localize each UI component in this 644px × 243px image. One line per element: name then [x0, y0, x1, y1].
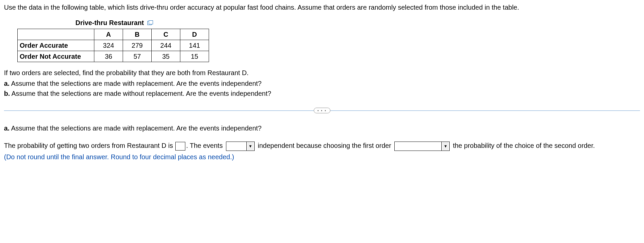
table-cell: 35	[152, 51, 180, 62]
answer-seg3: independent because choosing the first o…	[256, 142, 393, 149]
part-b-label: b.	[4, 90, 10, 97]
table-cell: 15	[180, 51, 209, 62]
table-corner	[18, 29, 94, 40]
answer-seg2: . The events	[186, 142, 224, 149]
answer-seg4: the probability of the choice of the sec…	[451, 142, 595, 149]
table-row: Order Not Accurate 36 57 35 15	[18, 51, 209, 62]
section-divider: • • •	[4, 107, 640, 113]
row-label: Order Accurate	[18, 40, 94, 51]
question-part-a: a. Assume that the selections are made w…	[4, 79, 640, 88]
data-table: A B C D Order Accurate 324 279 244 141 O…	[17, 29, 209, 62]
data-table-wrapper: Drive-thru Restaurant A B C D Order Accu…	[17, 18, 640, 62]
independence-dropdown[interactable]: ▼	[226, 142, 255, 151]
question-lead: If two orders are selected, find the pro…	[4, 68, 640, 77]
row-label: Order Not Accurate	[18, 51, 94, 62]
chevron-down-icon: ▼	[441, 142, 449, 151]
answer-seg1: The probability of getting two orders fr…	[4, 142, 175, 149]
table-title-row: Drive-thru Restaurant	[17, 18, 211, 27]
probability-input[interactable]	[175, 142, 185, 151]
table-cell: 141	[180, 40, 209, 51]
chevron-down-icon: ▼	[246, 142, 254, 151]
answer-part-a-prompt: a. Assume that the selections are made w…	[4, 124, 640, 133]
question-part-b: b. Assume that the selections are made w…	[4, 89, 640, 98]
part-a-label: a.	[4, 80, 10, 87]
col-header: D	[180, 29, 209, 40]
part-b-text: Assume that the selections are made with…	[10, 90, 271, 97]
answer-fill-line: The probability of getting two orders fr…	[4, 139, 640, 152]
col-header: B	[123, 29, 152, 40]
part-a-text: Assume that the selections are made with…	[10, 80, 262, 87]
col-header: C	[152, 29, 180, 40]
col-header: A	[94, 29, 123, 40]
table-cell: 36	[94, 51, 123, 62]
rounding-instruction: (Do not round until the final answer. Ro…	[4, 152, 640, 162]
table-title: Drive-thru Restaurant	[75, 18, 144, 27]
answer-part-label: a.	[4, 125, 10, 132]
table-cell: 244	[152, 40, 180, 51]
divider-expand-button[interactable]: • • •	[314, 108, 330, 113]
table-row: Order Accurate 324 279 244 141	[18, 40, 209, 51]
popout-icon[interactable]	[147, 20, 153, 25]
table-cell: 279	[123, 40, 152, 51]
table-cell: 324	[94, 40, 123, 51]
dropdown-text	[226, 142, 246, 151]
table-cell: 57	[123, 51, 152, 62]
intro-text: Use the data in the following table, whi…	[4, 3, 640, 12]
effect-dropdown[interactable]: ▼	[394, 142, 450, 151]
dropdown-text	[395, 142, 441, 151]
answer-part-text: Assume that the selections are made with…	[10, 125, 262, 132]
